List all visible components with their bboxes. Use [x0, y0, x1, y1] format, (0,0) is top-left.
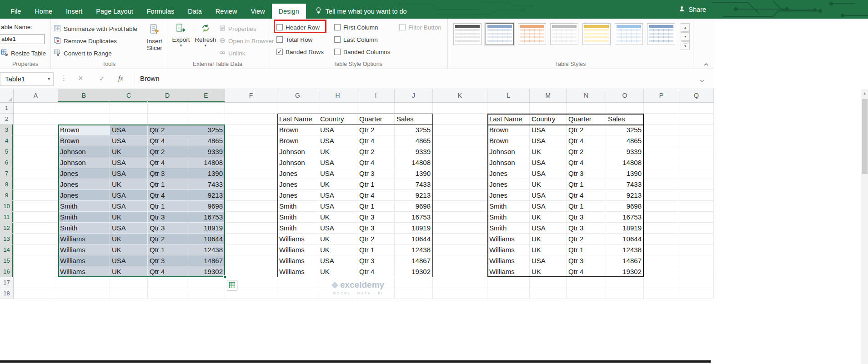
cell-O2[interactable]: Sales [606, 114, 644, 125]
last-column-checkbox[interactable]: Last Column [334, 35, 378, 45]
cell-O10[interactable]: 9698 [606, 201, 644, 212]
cell-I15[interactable]: Qtr 3 [357, 255, 395, 266]
cell-C5[interactable]: UK [110, 146, 148, 157]
cell-C11[interactable]: UK [110, 212, 148, 223]
cell-N3[interactable]: Qtr 2 [567, 125, 606, 135]
column-header-A[interactable]: A [14, 89, 58, 103]
cell-J1[interactable] [395, 103, 433, 114]
row-header-2[interactable]: 2 [0, 114, 14, 125]
cell-D10[interactable]: Qtr 1 [148, 201, 187, 212]
cell-L3[interactable]: Brown [487, 125, 530, 135]
cell-C8[interactable]: UK [110, 179, 148, 190]
cell-B7[interactable]: Jones [58, 168, 110, 179]
cell-F6[interactable] [225, 157, 277, 168]
cell-P13[interactable] [644, 234, 679, 244]
cell-L5[interactable]: Johnson [487, 146, 530, 157]
cell-D12[interactable]: Qtr 3 [148, 223, 187, 234]
cell-H6[interactable]: USA [318, 157, 357, 168]
cell-I8[interactable]: Qtr 1 [357, 179, 395, 190]
cell-H11[interactable]: UK [318, 212, 357, 223]
cell-J3[interactable]: 3255 [395, 125, 433, 135]
table-style-thumbnail-3[interactable] [518, 23, 546, 45]
cell-O6[interactable]: 14808 [606, 157, 644, 168]
row-header-13[interactable]: 13 [0, 234, 14, 244]
cell-M15[interactable]: USA [530, 255, 567, 266]
cell-O4[interactable]: 4865 [606, 135, 644, 146]
cell-Q4[interactable] [679, 135, 714, 146]
cell-M14[interactable]: UK [530, 244, 567, 255]
cell-G12[interactable]: Smith [277, 223, 318, 234]
cell-N1[interactable] [567, 103, 606, 114]
cell-L1[interactable] [487, 103, 530, 114]
tab-design[interactable]: Design [272, 4, 306, 19]
tab-page-layout[interactable]: Page Layout [89, 4, 140, 19]
cell-B14[interactable]: Williams [58, 244, 110, 255]
cell-C12[interactable]: USA [110, 223, 148, 234]
cell-Q8[interactable] [679, 179, 714, 190]
row-header-14[interactable]: 14 [0, 244, 14, 255]
cell-J15[interactable]: 14867 [395, 255, 433, 266]
table-style-thumbnail-7[interactable] [647, 23, 675, 45]
cell-A4[interactable] [14, 135, 58, 146]
cell-H9[interactable]: USA [318, 190, 357, 201]
cell-D18[interactable] [148, 288, 187, 299]
cell-B6[interactable]: Johnson [58, 157, 110, 168]
cell-C14[interactable]: UK [110, 244, 148, 255]
cell-Q7[interactable] [679, 168, 714, 179]
cell-P17[interactable] [644, 277, 679, 288]
cell-G6[interactable]: Johnson [277, 157, 318, 168]
cell-B12[interactable]: Smith [58, 223, 110, 234]
row-header-10[interactable]: 10 [0, 201, 14, 212]
cell-L2[interactable]: Last Name [487, 114, 530, 125]
cell-K12[interactable] [433, 223, 487, 234]
cell-M11[interactable]: UK [530, 212, 567, 223]
cell-H12[interactable]: USA [318, 223, 357, 234]
cell-M3[interactable]: USA [530, 125, 567, 135]
cell-Q9[interactable] [679, 190, 714, 201]
row-header-6[interactable]: 6 [0, 157, 14, 168]
cell-B16[interactable]: Williams [58, 266, 110, 277]
cell-L8[interactable]: Jones [487, 179, 530, 190]
cell-A13[interactable] [14, 234, 58, 244]
cell-E10[interactable]: 9698 [187, 201, 225, 212]
cell-D2[interactable] [148, 114, 187, 125]
cell-A14[interactable] [14, 244, 58, 255]
cell-C18[interactable] [110, 288, 148, 299]
gallery-scroll-down-button[interactable]: ▾ [681, 32, 690, 41]
tab-data[interactable]: Data [181, 4, 209, 19]
checkbox-icon[interactable] [276, 24, 283, 30]
cell-D13[interactable]: Qtr 2 [148, 234, 187, 244]
cell-E1[interactable] [187, 103, 225, 114]
cell-P15[interactable] [644, 255, 679, 266]
cell-N6[interactable]: Qtr 4 [567, 157, 606, 168]
cell-O15[interactable]: 14867 [606, 255, 644, 266]
table-style-thumbnail-6[interactable] [615, 23, 643, 45]
cell-K2[interactable] [433, 114, 487, 125]
cell-Q10[interactable] [679, 201, 714, 212]
enter-icon[interactable]: ✓ [99, 75, 105, 83]
cell-Q15[interactable] [679, 255, 714, 266]
cell-G9[interactable]: Jones [277, 190, 318, 201]
cell-C2[interactable] [110, 114, 148, 125]
cell-G5[interactable]: Johnson [277, 146, 318, 157]
cell-O17[interactable] [606, 277, 644, 288]
cell-H15[interactable]: USA [318, 255, 357, 266]
cell-N7[interactable]: Qtr 3 [567, 168, 606, 179]
cell-A5[interactable] [14, 146, 58, 157]
cell-B9[interactable]: Jones [58, 190, 110, 201]
cell-G3[interactable]: Brown [277, 125, 318, 135]
cell-O11[interactable]: 16753 [606, 212, 644, 223]
cell-M7[interactable]: USA [530, 168, 567, 179]
cell-P3[interactable] [644, 125, 679, 135]
name-box[interactable]: Table1 ▾ [0, 72, 54, 86]
row-header-17[interactable]: 17 [0, 277, 14, 288]
cell-D17[interactable] [148, 277, 187, 288]
header-row-checkbox[interactable]: Header Row [276, 22, 320, 32]
cell-L10[interactable]: Smith [487, 201, 530, 212]
cell-K10[interactable] [433, 201, 487, 212]
cell-I16[interactable]: Qtr 4 [357, 266, 395, 277]
table-name-input[interactable]: able1 [0, 34, 45, 44]
banded-rows-checkbox[interactable]: ✓ Banded Rows [276, 47, 324, 57]
export-button[interactable]: Export ▾ [170, 21, 192, 47]
cell-M17[interactable] [530, 277, 567, 288]
